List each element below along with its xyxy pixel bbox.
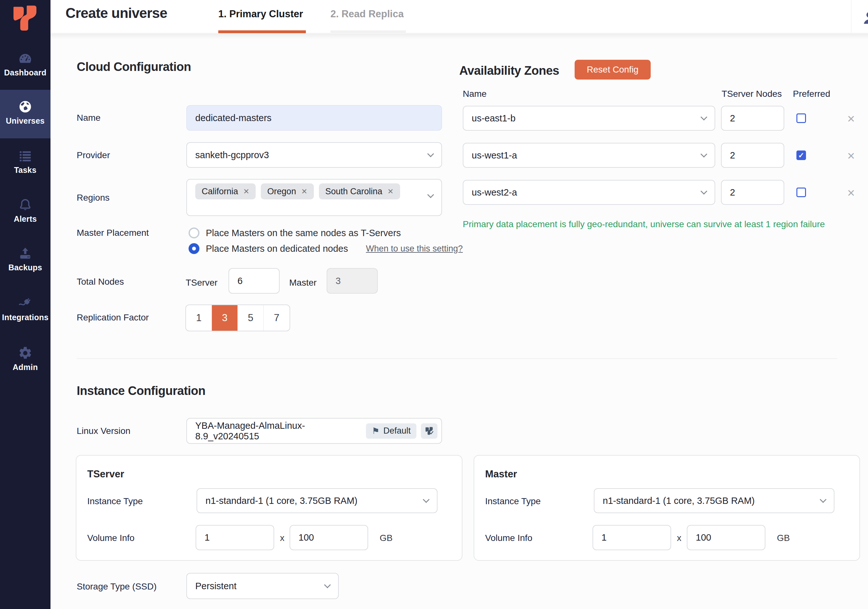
sidebar-item-integrations[interactable]: Integrations (0, 296, 51, 322)
remove-zone-icon[interactable]: ✕ (847, 188, 855, 198)
tserver-instance-type-label: Instance Type (87, 496, 143, 507)
replication-factor-selector: 1 3 5 7 (185, 305, 290, 331)
tab-read-replica-underline (330, 30, 406, 33)
linux-version-select[interactable]: YBA-Managed-AlmaLinux-8.9_v20240515 ⚑ De… (186, 418, 442, 444)
master-placement-label: Master Placement (77, 228, 149, 238)
provider-select[interactable]: sanketh-gcpprov3 (186, 142, 442, 168)
sidebar-item-label: Tasks (0, 166, 51, 175)
rf-option-5[interactable]: 5 (238, 305, 264, 331)
storage-type-label: Storage Type (SSD) (77, 581, 157, 592)
admin-gear-icon (18, 346, 33, 360)
master-instance-type-select[interactable]: n1-standard-1 (1 core, 3.75GB RAM) (594, 488, 834, 513)
placement-option-shared[interactable]: Place Masters on the same nodes as T-Ser… (189, 228, 401, 239)
placement-option-dedicated[interactable]: Place Masters on dedicated nodes When to… (189, 243, 463, 254)
page-title: Create universe (65, 5, 167, 21)
sidebar-item-alerts[interactable]: Alerts (0, 197, 51, 224)
yugabyte-mini-logo-icon (425, 426, 434, 435)
storage-type-select[interactable]: Persistent (186, 573, 339, 599)
sidebar-item-label: Dashboard (0, 68, 51, 77)
geo-redundancy-status: Primary data placement is fully geo-redu… (463, 219, 825, 229)
remove-zone-icon[interactable]: ✕ (847, 114, 855, 124)
availability-zones-title: Availability Zones (459, 64, 559, 77)
user-profile-icon[interactable] (861, 9, 868, 27)
tserver-count-label: TServer (186, 278, 218, 288)
preferred-checkbox[interactable]: ✓ (797, 150, 806, 160)
az-zone-value: us-west2-a (472, 187, 517, 198)
tab-primary-cluster-underline (218, 30, 306, 33)
sidebar: Dashboard Universes Tasks (0, 0, 51, 609)
integrations-plug-icon (18, 296, 33, 311)
linux-version-label: Linux Version (77, 426, 130, 436)
rf-option-7[interactable]: 7 (264, 305, 290, 331)
sidebar-item-universes[interactable]: Universes (0, 90, 51, 138)
chevron-down-icon (820, 496, 826, 503)
when-to-use-link[interactable]: When to use this setting? (366, 244, 463, 254)
region-chip: South Carolina ✕ (319, 183, 400, 199)
tasks-list-icon (18, 149, 33, 163)
total-nodes-label: Total Nodes (77, 277, 124, 287)
az-col-name: Name (463, 89, 487, 99)
az-zone-select[interactable]: us-west1-a (463, 143, 715, 168)
remove-zone-icon[interactable]: ✕ (847, 151, 855, 161)
top-header (51, 0, 868, 33)
provider-value: sanketh-gcpprov3 (195, 150, 269, 160)
universe-name-input[interactable] (186, 105, 442, 131)
chevron-down-icon (701, 113, 707, 120)
sidebar-item-label: Backups (0, 263, 51, 272)
sidebar-item-admin[interactable]: Admin (0, 346, 51, 372)
default-badge: ⚑ Default (366, 423, 417, 439)
volume-multiplier: x (677, 533, 681, 543)
preferred-checkbox[interactable]: ✓ (797, 188, 806, 197)
create-universe-page: Dashboard Universes Tasks (0, 0, 868, 609)
chevron-down-icon (427, 150, 434, 157)
master-count-label: Master (289, 278, 317, 288)
region-chip: Oregon ✕ (261, 183, 313, 199)
az-nodes-input[interactable] (721, 180, 784, 205)
header-divider (851, 0, 851, 33)
tserver-nodes-input[interactable] (228, 268, 280, 294)
az-zone-select[interactable]: us-west2-a (463, 180, 715, 205)
tab-primary-cluster[interactable]: 1. Primary Cluster (218, 8, 303, 20)
sidebar-item-dashboard[interactable]: Dashboard (0, 51, 51, 77)
az-col-tserver-nodes: TServer Nodes (722, 89, 782, 99)
sidebar-item-label: Integrations (0, 313, 51, 322)
remove-region-icon[interactable]: ✕ (388, 187, 394, 196)
az-zone-select[interactable]: us-east1-b (463, 106, 715, 131)
sidebar-item-backups[interactable]: Backups (0, 246, 51, 272)
tserver-card-title: TServer (87, 468, 124, 480)
master-instance-type-label: Instance Type (485, 496, 541, 507)
regions-label: Regions (77, 193, 110, 203)
az-nodes-input[interactable] (721, 143, 784, 168)
rf-option-1[interactable]: 1 (186, 305, 212, 331)
universes-globe-icon (18, 99, 33, 114)
preferred-checkbox[interactable]: ✓ (797, 113, 806, 123)
master-volume-count-input[interactable] (592, 525, 671, 550)
volume-unit: GB (380, 533, 392, 543)
reset-config-button[interactable]: Reset Config (575, 60, 651, 79)
rf-option-3[interactable]: 3 (212, 305, 238, 331)
remove-region-icon[interactable]: ✕ (301, 187, 307, 196)
tab-read-replica[interactable]: 2. Read Replica (330, 8, 404, 20)
tserver-instance-type-select[interactable]: n1-standard-1 (1 core, 3.75GB RAM) (197, 488, 437, 513)
tserver-volume-count-input[interactable] (195, 525, 274, 550)
flag-icon: ⚑ (372, 426, 379, 436)
chevron-down-icon (701, 188, 707, 194)
master-volume-size-input[interactable] (687, 525, 766, 550)
dashboard-gauge-icon (18, 51, 33, 66)
az-nodes-input[interactable] (721, 106, 784, 131)
sidebar-item-label: Alerts (0, 214, 51, 224)
master-instance-type-value: n1-standard-1 (1 core, 3.75GB RAM) (603, 496, 755, 506)
master-nodes-input (327, 268, 378, 294)
radio-checked-icon[interactable] (189, 243, 200, 254)
az-zone-value: us-west1-a (472, 150, 517, 161)
instance-configuration-title: Instance Configuration (77, 384, 206, 398)
placement-option-label: Place Masters on the same nodes as T-Ser… (206, 228, 401, 239)
sidebar-item-tasks[interactable]: Tasks (0, 149, 51, 175)
tserver-volume-size-input[interactable] (290, 525, 368, 550)
radio-unchecked-icon[interactable] (189, 228, 200, 239)
remove-region-icon[interactable]: ✕ (243, 187, 249, 196)
master-card-title: Master (485, 468, 517, 480)
provider-label: Provider (77, 150, 110, 160)
alerts-bell-icon (18, 197, 33, 212)
regions-multiselect[interactable]: California ✕ Oregon ✕ South Carolina ✕ (186, 179, 442, 216)
